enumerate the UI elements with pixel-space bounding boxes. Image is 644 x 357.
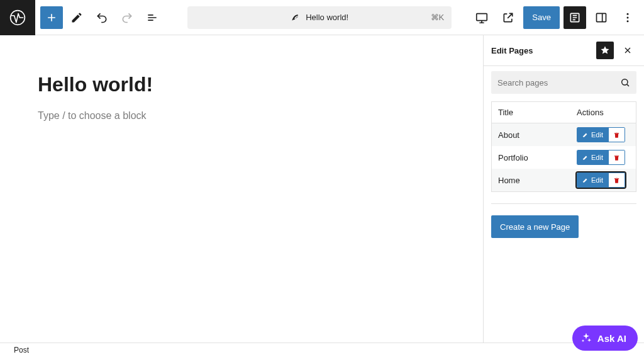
sidebar-toggle-button[interactable] bbox=[590, 6, 613, 29]
column-actions: Actions bbox=[577, 108, 636, 117]
ask-ai-button[interactable]: Ask AI bbox=[572, 326, 638, 351]
add-block-button[interactable] bbox=[40, 6, 63, 29]
editor-canvas[interactable]: Hello world! Type / to choose a block bbox=[0, 35, 483, 343]
document-title-bar[interactable]: Hello world! ⌘K bbox=[169, 6, 470, 29]
delete-page-button[interactable] bbox=[608, 150, 625, 164]
search-pages-field[interactable] bbox=[491, 71, 636, 94]
edit-pages-sidebar: Edit Pages Title Actions A bbox=[483, 35, 644, 343]
table-row: Portfolio Edit bbox=[492, 146, 636, 169]
star-icon[interactable] bbox=[596, 42, 614, 59]
shortcut-hint: ⌘K bbox=[431, 13, 445, 22]
svg-point-6 bbox=[627, 20, 629, 22]
block-placeholder[interactable]: Type / to choose a block bbox=[38, 110, 483, 122]
column-title: Title bbox=[492, 108, 577, 117]
save-button[interactable]: Save bbox=[523, 6, 560, 29]
divider bbox=[491, 203, 636, 204]
feather-icon bbox=[291, 13, 299, 22]
table-row: Home Edit bbox=[492, 169, 636, 191]
edit-page-button[interactable]: Edit bbox=[577, 128, 608, 142]
edit-page-button[interactable]: Edit bbox=[577, 173, 608, 187]
sparkle-icon bbox=[580, 332, 592, 344]
edit-page-button[interactable]: Edit bbox=[577, 150, 608, 164]
page-name: About bbox=[492, 130, 577, 140]
ask-ai-label: Ask AI bbox=[597, 333, 626, 344]
wordpress-logo[interactable] bbox=[0, 0, 35, 35]
more-options-button[interactable] bbox=[616, 6, 639, 29]
svg-point-5 bbox=[627, 16, 629, 18]
search-input[interactable] bbox=[497, 78, 620, 88]
redo-button[interactable] bbox=[116, 6, 138, 29]
svg-point-7 bbox=[622, 79, 628, 85]
pages-table: Title Actions About Edit bbox=[491, 101, 636, 192]
open-external-button[interactable] bbox=[497, 6, 519, 29]
sidebar-title: Edit Pages bbox=[491, 46, 591, 55]
footer-bar: Post bbox=[0, 343, 644, 357]
document-title: Hello world! bbox=[306, 13, 348, 22]
page-name: Portfolio bbox=[492, 153, 577, 162]
undo-button[interactable] bbox=[91, 6, 113, 29]
footer-breadcrumb[interactable]: Post bbox=[14, 346, 29, 354]
post-title[interactable]: Hello world! bbox=[38, 73, 483, 96]
settings-panel-button[interactable] bbox=[564, 6, 586, 29]
svg-rect-3 bbox=[597, 13, 606, 21]
top-toolbar: Hello world! ⌘K Save bbox=[0, 0, 644, 35]
view-desktop-button[interactable] bbox=[470, 6, 493, 29]
close-sidebar-button[interactable] bbox=[619, 42, 636, 59]
document-overview-button[interactable] bbox=[141, 6, 164, 29]
svg-rect-1 bbox=[477, 13, 487, 20]
svg-point-4 bbox=[627, 13, 629, 14]
edit-tool-button[interactable] bbox=[65, 6, 88, 29]
delete-page-button[interactable] bbox=[608, 173, 625, 187]
create-page-button[interactable]: Create a new Page bbox=[491, 215, 579, 238]
search-icon bbox=[620, 77, 630, 88]
table-row: About Edit bbox=[492, 123, 636, 146]
page-name: Home bbox=[492, 176, 577, 185]
delete-page-button[interactable] bbox=[608, 128, 625, 142]
